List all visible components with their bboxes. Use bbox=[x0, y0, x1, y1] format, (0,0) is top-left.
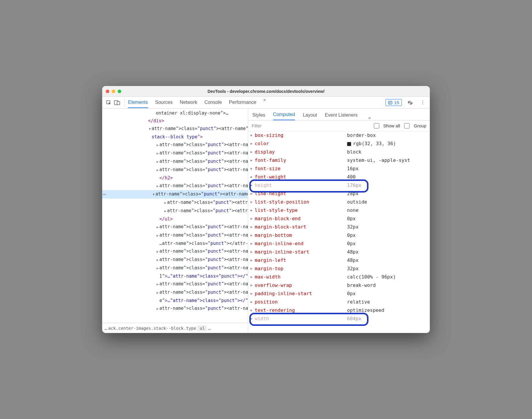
expand-caret-icon[interactable]: ▶ bbox=[251, 273, 255, 281]
group-checkbox[interactable] bbox=[404, 123, 410, 129]
tab-console[interactable]: Console bbox=[204, 97, 222, 108]
computed-property-row[interactable]: ▶ display block bbox=[248, 148, 430, 156]
more-menu-icon[interactable]: ⋮ bbox=[419, 99, 427, 107]
expand-caret-icon[interactable]: ▶ bbox=[251, 223, 255, 231]
expand-caret-icon[interactable]: ▶ bbox=[156, 166, 159, 174]
expand-caret-icon[interactable]: ▶ bbox=[156, 232, 159, 240]
expand-caret-icon[interactable]: ▶ bbox=[156, 150, 159, 157]
overflow-icon[interactable]: ⋯ bbox=[102, 190, 107, 198]
expand-caret-icon[interactable]: ▼ bbox=[152, 191, 155, 198]
computed-property-row[interactable]: ▶ font-weight 400 bbox=[248, 173, 430, 181]
expand-caret-icon[interactable]: ▶ bbox=[156, 265, 159, 272]
dom-tree[interactable]: ontainer xl:display-none">…</div>▼attr-n… bbox=[102, 109, 248, 323]
expand-caret-icon[interactable]: ▶ bbox=[156, 182, 159, 190]
computed-property-row[interactable]: ▶ margin-block-start 32px bbox=[248, 223, 430, 231]
expand-caret-icon[interactable]: ▶ bbox=[251, 298, 255, 306]
color-swatch[interactable] bbox=[347, 142, 351, 146]
computed-property-row[interactable]: ▶ overflow-wrap break-word bbox=[248, 281, 430, 290]
expand-caret-icon[interactable]: ▶ bbox=[251, 240, 255, 248]
computed-property-row[interactable]: ▶ max-width calc(100% - 96px) bbox=[248, 273, 430, 281]
device-toggle-icon[interactable] bbox=[113, 99, 121, 106]
more-tabs-icon[interactable]: » bbox=[263, 97, 266, 108]
expand-caret-icon[interactable]: ▶ bbox=[251, 306, 255, 315]
expand-caret-icon[interactable]: ▼ bbox=[148, 125, 152, 133]
tab-computed[interactable]: Computed bbox=[273, 110, 295, 120]
computed-list[interactable]: ▶ box-sizing border-box ▶ color rgb(32, … bbox=[248, 131, 430, 333]
crumb-path[interactable]: ack.center-images.stack--block.type bbox=[108, 326, 196, 331]
close-icon[interactable] bbox=[106, 90, 109, 93]
crumb-ellipsis[interactable]: … bbox=[105, 326, 107, 331]
expand-caret-icon[interactable]: ▶ bbox=[156, 223, 159, 231]
computed-property-row[interactable]: ▶ padding-inline-start 0px bbox=[248, 290, 430, 298]
expand-caret-icon[interactable]: ▶ bbox=[156, 248, 159, 256]
computed-property-row[interactable]: ▶ font-family system-ui, -apple-syst bbox=[248, 156, 430, 165]
tab-styles[interactable]: Styles bbox=[252, 110, 265, 120]
computed-property-row[interactable]: ▶ margin-bottom 0px bbox=[248, 231, 430, 240]
expand-caret-icon[interactable]: ▶ bbox=[251, 281, 255, 290]
sidebar-tabs: Styles Computed Layout Event Listeners » bbox=[248, 109, 430, 121]
tab-event-listeners[interactable]: Event Listeners bbox=[325, 110, 357, 120]
tab-layout[interactable]: Layout bbox=[303, 110, 317, 120]
expand-caret-icon[interactable]: ▶ bbox=[251, 190, 255, 198]
selected-element-row[interactable]: ⋯▼attr-name">class="punct"><attr-name">c… bbox=[102, 190, 248, 198]
expand-caret-icon[interactable]: ▶ bbox=[164, 199, 167, 207]
computed-property-row[interactable]: ▶ height 176px bbox=[248, 181, 430, 190]
computed-property-row[interactable]: ▶ line-height 28px bbox=[248, 190, 430, 198]
expand-caret-icon[interactable]: ▶ bbox=[251, 265, 255, 273]
crumb-selected[interactable]: ul bbox=[197, 325, 207, 331]
computed-property-row[interactable]: ▶ width 604px bbox=[248, 315, 430, 323]
expand-caret-icon[interactable]: ▶ bbox=[251, 148, 255, 156]
computed-property-row[interactable]: ▶ margin-left 48px bbox=[248, 256, 430, 265]
computed-property-row[interactable]: ▶ font-size 16px bbox=[248, 165, 430, 173]
expand-caret-icon[interactable]: ▶ bbox=[251, 198, 255, 206]
expand-caret-icon[interactable]: ▶ bbox=[156, 141, 159, 149]
expand-caret-icon[interactable]: ▶ bbox=[251, 140, 255, 148]
issues-count: 15 bbox=[394, 100, 399, 105]
settings-icon[interactable] bbox=[406, 99, 414, 107]
property-name: width bbox=[255, 315, 347, 323]
tab-network[interactable]: Network bbox=[180, 97, 197, 108]
show-all-checkbox[interactable] bbox=[374, 123, 379, 129]
computed-property-row[interactable]: ▶ box-sizing border-box bbox=[248, 131, 430, 140]
expand-caret-icon[interactable]: ▶ bbox=[251, 315, 255, 323]
computed-property-row[interactable]: ▶ text-rendering optimizespeed bbox=[248, 306, 430, 315]
computed-property-row[interactable]: ▶ margin-inline-end 0px bbox=[248, 240, 430, 248]
expand-caret-icon[interactable]: ▶ bbox=[251, 131, 255, 140]
expand-caret-icon[interactable]: ▶ bbox=[251, 215, 255, 223]
crumb-trailing[interactable]: … bbox=[208, 326, 211, 331]
expand-caret-icon[interactable]: ▶ bbox=[251, 181, 255, 190]
filter-input[interactable] bbox=[252, 123, 370, 128]
expand-caret-icon[interactable]: ▶ bbox=[251, 206, 255, 215]
tab-sources[interactable]: Sources bbox=[155, 97, 173, 108]
expand-caret-icon[interactable]: ▶ bbox=[251, 231, 255, 240]
tab-performance[interactable]: Performance bbox=[229, 97, 256, 108]
expand-caret-icon[interactable]: ▶ bbox=[156, 256, 159, 264]
zoom-icon[interactable] bbox=[118, 90, 121, 93]
inspect-icon[interactable] bbox=[105, 99, 112, 106]
computed-property-row[interactable]: ▶ margin-inline-start 48px bbox=[248, 248, 430, 256]
property-name: font-size bbox=[255, 165, 347, 173]
more-sidebar-tabs-icon[interactable]: » bbox=[368, 115, 371, 120]
expand-caret-icon[interactable]: ▶ bbox=[251, 290, 255, 298]
expand-caret-icon[interactable]: ▶ bbox=[251, 248, 255, 256]
expand-caret-icon[interactable]: ▶ bbox=[164, 207, 167, 215]
computed-property-row[interactable]: ▶ list-style-position outside bbox=[248, 198, 430, 206]
expand-caret-icon[interactable]: ▶ bbox=[251, 173, 255, 181]
tab-elements[interactable]: Elements bbox=[128, 97, 148, 108]
issues-badge[interactable]: 15 bbox=[385, 99, 402, 106]
computed-property-row[interactable]: ▶ margin-block-end 0px bbox=[248, 215, 430, 223]
computed-property-row[interactable]: ▶ position relative bbox=[248, 298, 430, 306]
breadcrumbs[interactable]: … ack.center-images.stack--block.type ul… bbox=[102, 323, 248, 333]
expand-caret-icon[interactable]: ▶ bbox=[251, 256, 255, 265]
expand-caret-icon[interactable]: ▶ bbox=[156, 289, 159, 297]
sidebar-pane: Styles Computed Layout Event Listeners »… bbox=[248, 109, 430, 333]
computed-property-row[interactable]: ▶ margin-top 32px bbox=[248, 265, 430, 273]
expand-caret-icon[interactable]: ▶ bbox=[251, 165, 255, 173]
computed-property-row[interactable]: ▶ list-style-type none bbox=[248, 206, 430, 215]
expand-caret-icon[interactable]: ▶ bbox=[156, 305, 159, 313]
expand-caret-icon[interactable]: ▶ bbox=[251, 156, 255, 165]
minimize-icon[interactable] bbox=[112, 90, 115, 93]
computed-property-row[interactable]: ▶ color rgb(32, 33, 36) bbox=[248, 140, 430, 148]
expand-caret-icon[interactable]: ▶ bbox=[156, 281, 159, 288]
expand-caret-icon[interactable]: ▶ bbox=[156, 158, 159, 166]
